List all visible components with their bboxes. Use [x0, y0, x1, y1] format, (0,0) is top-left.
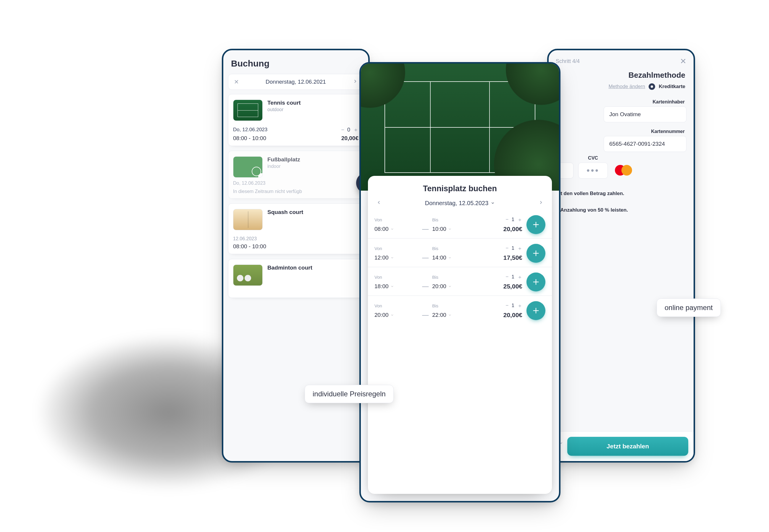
- listing-time: 08:00 - 10:00: [233, 135, 266, 142]
- thumb-tennis: [233, 100, 263, 121]
- pay-option-full[interactable]: tzt den vollen Betrag zahlen.: [556, 190, 686, 197]
- von-value[interactable]: 08:00: [374, 226, 419, 232]
- quantity-stepper[interactable]: −1＋: [506, 245, 522, 252]
- booking-detail-phone: Tennisplatz buchen Donnerstag, 12.05.202…: [359, 62, 561, 502]
- cardholder-label: Karteninhaber: [653, 99, 685, 105]
- cardnumber-label: Kartennummer: [651, 129, 685, 134]
- slot-row: Von Bis −1＋ 12:00 — 14:00 17,50€: [368, 239, 552, 267]
- add-slot-button[interactable]: [527, 215, 545, 234]
- close-icon[interactable]: ✕: [680, 57, 687, 66]
- cvc-label: CVC: [588, 155, 598, 161]
- chip-price-rules: individuelle Preisregeln: [305, 385, 394, 403]
- quantity-stepper[interactable]: −1＋: [506, 274, 522, 280]
- listing-sub: indoor: [267, 164, 300, 169]
- clear-date-icon[interactable]: ✕: [232, 78, 240, 85]
- step-indicator: Schritt 4/4: [556, 58, 580, 64]
- mastercard-icon: [615, 165, 632, 176]
- slot-row: Von Bis −1＋ 18:00 — 20:00 25,00€: [368, 267, 552, 296]
- slot-row: Von Bis −1＋ 20:00 — 22:00 20,00€: [368, 296, 552, 324]
- payment-title: Bezahlmethode: [549, 69, 694, 83]
- court-hero-image: [361, 64, 559, 191]
- plus-icon[interactable]: ＋: [353, 126, 358, 133]
- add-slot-button[interactable]: [527, 244, 545, 263]
- cardnumber-input[interactable]: 6565-4627-0091-2324: [604, 136, 687, 152]
- add-slot-button[interactable]: [527, 301, 545, 320]
- selected-date: Donnerstag, 12.06.2021: [242, 79, 349, 85]
- listing-time: 08:00 - 10:00: [233, 243, 266, 250]
- slot-price: 20,00€: [504, 226, 522, 233]
- listing-badminton[interactable]: Badminton court: [228, 259, 363, 298]
- thumb-badminton: [233, 265, 263, 286]
- von-label: Von: [374, 217, 419, 222]
- payment-phone: Schritt 4/4 ✕ Bezahlmethode Methode ände…: [547, 49, 695, 463]
- quantity-stepper[interactable]: −1＋: [506, 216, 522, 223]
- listing-date: 12.06.2023: [233, 236, 358, 241]
- cvc-input[interactable]: •••: [578, 163, 608, 179]
- listing-tennis[interactable]: Tennis court outdoor Do, 12.06.2023 − 0 …: [228, 94, 363, 146]
- chevron-down-icon: [491, 201, 495, 205]
- next-date-icon[interactable]: [351, 79, 359, 85]
- page-title: Buchung: [223, 50, 368, 74]
- pay-now-button[interactable]: Jetzt bezahlen: [567, 437, 688, 456]
- add-slot-button[interactable]: [527, 273, 545, 291]
- listing-unavailable: In diesem Zeitraum nicht verfügb: [233, 189, 358, 194]
- qty-value: 0: [347, 127, 350, 133]
- dash-icon: —: [420, 225, 430, 233]
- bis-value[interactable]: 10:00: [432, 226, 476, 232]
- thumb-squash: [233, 209, 263, 230]
- bis-label: Bis: [432, 217, 476, 222]
- quantity-stepper[interactable]: −1＋: [506, 302, 522, 309]
- listing-name: Tennis court: [267, 100, 301, 106]
- sheet-title: Tennisplatz buchen: [368, 176, 552, 196]
- listing-date: Do, 12.06.2023: [233, 127, 267, 133]
- prev-day-icon[interactable]: [376, 199, 381, 207]
- method-name: Kreditkarte: [659, 84, 685, 90]
- plus-icon[interactable]: ＋: [517, 216, 522, 223]
- method-radio-selected[interactable]: [649, 83, 655, 90]
- booking-sheet: Tennisplatz buchen Donnerstag, 12.05.202…: [368, 176, 552, 494]
- listing-name: Badminton court: [267, 265, 312, 271]
- quantity-stepper[interactable]: − 0 ＋: [341, 126, 358, 133]
- next-day-icon[interactable]: [538, 199, 544, 207]
- date-selector[interactable]: ✕ Donnerstag, 12.06.2021: [228, 74, 363, 90]
- thumb-soccer: [233, 156, 263, 178]
- listing-sub: outdoor: [267, 107, 301, 112]
- sheet-date[interactable]: Donnerstag, 12.05.2023: [425, 200, 495, 207]
- chip-online-payment: online payment: [657, 299, 721, 317]
- listing-soccer[interactable]: Fußballplatz indoor Do, 12.06.2023 In di…: [228, 151, 363, 199]
- cardholder-input[interactable]: Jon Ovatime: [604, 106, 687, 122]
- minus-icon[interactable]: −: [506, 217, 509, 223]
- listing-date: Do, 12.06.2023: [233, 181, 358, 186]
- listing-name: Squash court: [267, 209, 303, 215]
- listing-price: 20,00€: [341, 135, 358, 142]
- change-method-link[interactable]: Methode ändern: [608, 84, 645, 90]
- listing-squash[interactable]: Squash court 12.06.2023 08:00 - 10:00: [228, 203, 363, 254]
- listing-name: Fußballplatz: [267, 156, 300, 163]
- slot-row: Von Bis −1＋ 08:00 — 10:00 20,00€: [368, 210, 552, 239]
- pay-option-deposit[interactable]: e Anzahlung von 50 % leisten.: [556, 206, 686, 214]
- minus-icon[interactable]: −: [341, 127, 344, 133]
